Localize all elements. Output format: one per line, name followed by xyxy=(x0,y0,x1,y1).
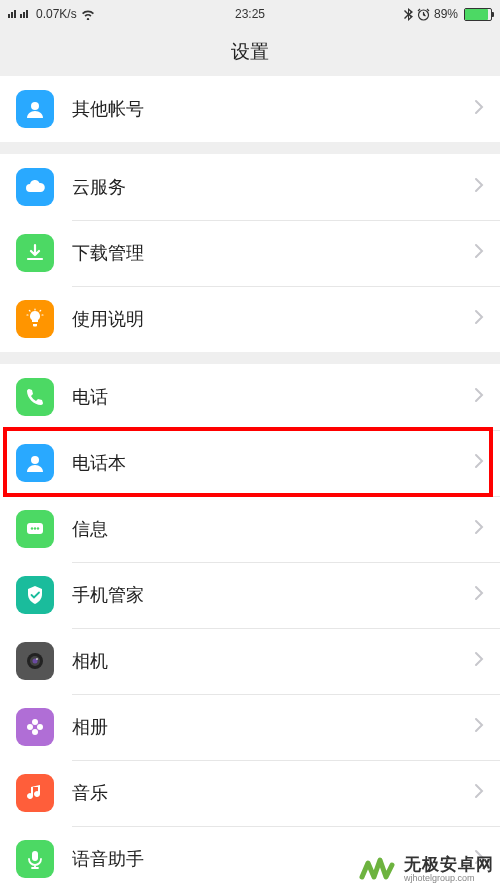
row-label: 电话 xyxy=(72,385,474,409)
settings-row-messages[interactable]: 信息 xyxy=(0,496,500,562)
row-label: 相机 xyxy=(72,649,474,673)
settings-row-other-accounts[interactable]: 其他帐号 xyxy=(0,76,500,142)
wifi-icon xyxy=(81,8,95,20)
settings-row-phone[interactable]: 电话 xyxy=(0,364,500,430)
chevron-right-icon xyxy=(474,651,484,671)
battery-icon xyxy=(464,8,492,21)
svg-point-13 xyxy=(32,729,38,735)
svg-point-11 xyxy=(32,719,38,725)
svg-point-12 xyxy=(37,724,43,730)
chevron-right-icon xyxy=(474,99,484,119)
chevron-right-icon xyxy=(474,585,484,605)
flower-icon xyxy=(16,708,54,746)
cloud-icon xyxy=(16,168,54,206)
row-label: 下载管理 xyxy=(72,241,474,265)
music-icon xyxy=(16,774,54,812)
row-label: 其他帐号 xyxy=(72,97,474,121)
page-title: 设置 xyxy=(0,28,500,76)
mic-icon xyxy=(16,840,54,878)
chevron-right-icon xyxy=(474,453,484,473)
lightbulb-icon xyxy=(16,300,54,338)
contacts-icon xyxy=(16,444,54,482)
chevron-right-icon xyxy=(474,783,484,803)
bluetooth-icon xyxy=(404,8,413,21)
svg-point-1 xyxy=(31,102,39,110)
camera-icon xyxy=(16,642,54,680)
settings-row-downloads[interactable]: 下载管理 xyxy=(0,220,500,286)
chat-icon xyxy=(16,510,54,548)
row-label: 音乐 xyxy=(72,781,474,805)
settings-row-manager[interactable]: 手机管家 xyxy=(0,562,500,628)
row-label: 云服务 xyxy=(72,175,474,199)
network-speed: 0.07K/s xyxy=(36,7,77,21)
settings-row-cloud[interactable]: 云服务 xyxy=(0,154,500,220)
battery-percent: 89% xyxy=(434,7,458,21)
settings-row-instructions[interactable]: 使用说明 xyxy=(0,286,500,352)
svg-point-6 xyxy=(37,527,39,529)
settings-row-music[interactable]: 音乐 xyxy=(0,760,500,826)
alarm-icon xyxy=(417,8,430,21)
status-left: 0.07K/s xyxy=(8,7,95,21)
svg-point-10 xyxy=(36,658,38,660)
chevron-right-icon xyxy=(474,243,484,263)
settings-row-camera[interactable]: 相机 xyxy=(0,628,500,694)
row-label: 相册 xyxy=(72,715,474,739)
svg-point-5 xyxy=(34,527,36,529)
download-icon xyxy=(16,234,54,272)
svg-point-14 xyxy=(27,724,33,730)
settings-row-contacts[interactable]: 电话本 xyxy=(0,430,500,496)
row-label: 电话本 xyxy=(72,451,474,475)
chevron-right-icon xyxy=(474,519,484,539)
chevron-right-icon xyxy=(474,309,484,329)
chevron-right-icon xyxy=(474,177,484,197)
settings-list: 其他帐号云服务下载管理使用说明电话电话本信息手机管家相机相册音乐语音助手 xyxy=(0,76,500,889)
row-label: 信息 xyxy=(72,517,474,541)
row-label: 使用说明 xyxy=(72,307,474,331)
svg-point-2 xyxy=(31,456,39,464)
shield-icon xyxy=(16,576,54,614)
watermark-url: wjhotelgroup.com xyxy=(404,874,494,884)
signal-icon xyxy=(8,8,32,20)
status-bar: 0.07K/s 23:25 89% xyxy=(0,0,500,28)
status-time: 23:25 xyxy=(235,7,265,21)
person-icon xyxy=(16,90,54,128)
phone-icon xyxy=(16,378,54,416)
row-label: 手机管家 xyxy=(72,583,474,607)
chevron-right-icon xyxy=(474,717,484,737)
chevron-right-icon xyxy=(474,387,484,407)
status-right: 89% xyxy=(404,7,492,21)
watermark-title: 无极安卓网 xyxy=(404,856,494,875)
svg-point-4 xyxy=(31,527,33,529)
watermark-logo-icon xyxy=(358,855,398,885)
svg-rect-16 xyxy=(32,851,38,861)
watermark: 无极安卓网 wjhotelgroup.com xyxy=(358,855,494,885)
svg-point-15 xyxy=(33,725,37,729)
settings-row-gallery[interactable]: 相册 xyxy=(0,694,500,760)
